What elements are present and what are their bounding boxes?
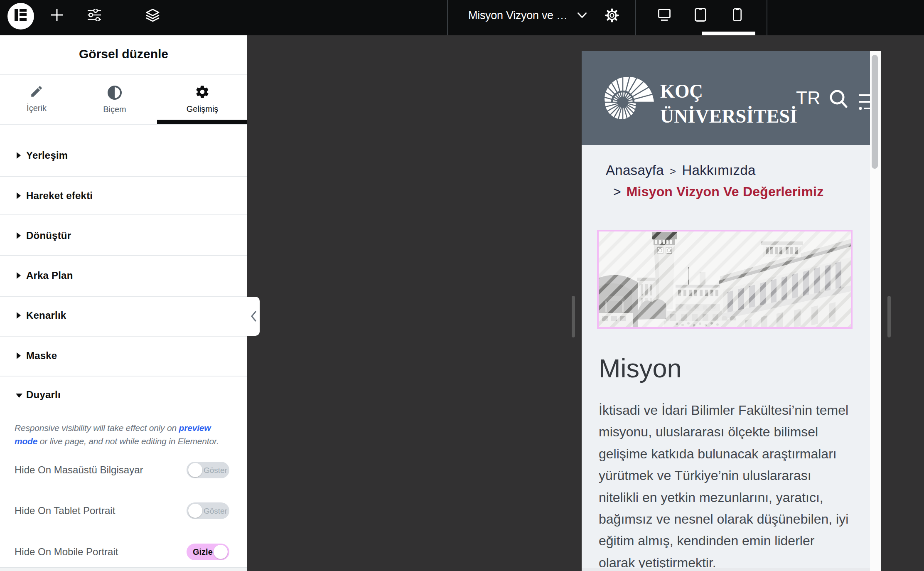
svg-text:KOÇ: KOÇ (660, 80, 703, 102)
svg-text:ÜNİVERSİTESİ: ÜNİVERSİTESİ (660, 105, 797, 124)
